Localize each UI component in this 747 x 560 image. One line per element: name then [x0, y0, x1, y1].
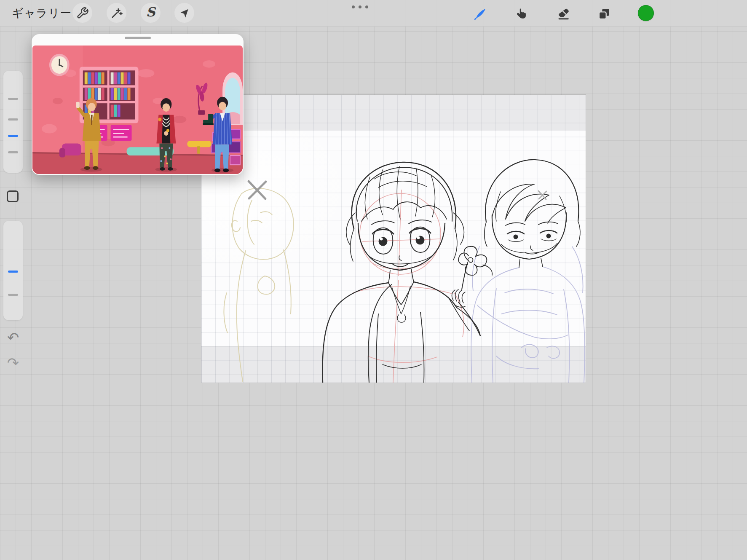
modify-button[interactable] — [7, 190, 19, 202]
transform-arrow-icon — [178, 7, 191, 19]
brush-opacity-ticks — [3, 221, 23, 320]
magic-wand-icon — [110, 7, 123, 19]
selection-s-icon: S — [146, 6, 155, 19]
undo-icon: ↶ — [7, 330, 19, 345]
reference-image — [32, 46, 243, 174]
dot — [359, 5, 361, 8]
reference-photo-graphic — [32, 46, 243, 174]
sketch-character-right — [485, 160, 580, 268]
dot — [365, 5, 368, 8]
dot — [352, 5, 355, 8]
wrench-icon — [76, 7, 89, 19]
canvas-top-band — [201, 95, 586, 131]
brush-opacity-slider[interactable] — [3, 221, 23, 320]
reference-window[interactable] — [32, 34, 244, 175]
window-options-handle[interactable] — [350, 4, 370, 10]
adjustments-button[interactable] — [107, 3, 126, 23]
brush-size-ticks — [3, 71, 23, 173]
reference-drag-handle-icon[interactable] — [125, 37, 151, 39]
transform-button[interactable] — [174, 3, 194, 23]
redo-icon: ↷ — [7, 356, 19, 370]
brush-size-slider[interactable] — [3, 71, 23, 173]
smudge-finger-icon — [514, 7, 528, 21]
layers-icon — [597, 7, 611, 21]
redo-button[interactable]: ↷ — [5, 355, 21, 371]
canvas-sketch — [201, 95, 586, 383]
eraser-icon — [557, 7, 570, 21]
undo-button[interactable]: ↶ — [5, 330, 21, 346]
x-mark — [249, 181, 266, 199]
drawing-canvas[interactable] — [201, 95, 586, 383]
selection-button[interactable]: S — [141, 3, 161, 23]
layers-button[interactable] — [596, 5, 613, 22]
small-x-mark — [538, 191, 546, 199]
paint-tool-button[interactable] — [472, 5, 489, 22]
paint-brush-icon — [473, 7, 487, 21]
top-toolbar: ギャラリー S — [0, 0, 747, 27]
smudge-tool-button[interactable] — [513, 5, 530, 22]
actions-button[interactable] — [72, 3, 92, 23]
gallery-button[interactable]: ギャラリー — [12, 0, 72, 26]
erase-tool-button[interactable] — [555, 5, 572, 22]
color-swatch[interactable] — [638, 5, 654, 21]
clock-graphic — [49, 54, 70, 76]
